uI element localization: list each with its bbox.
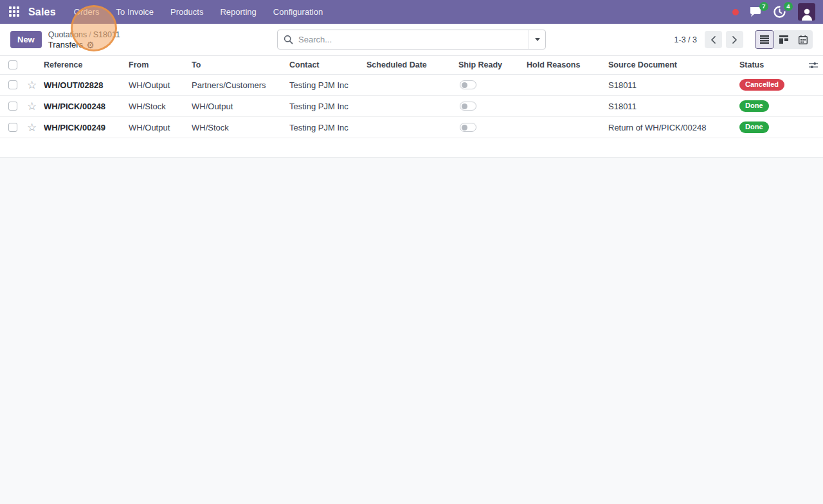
user-silhouette-icon — [800, 6, 814, 21]
chevron-down-icon — [535, 38, 540, 41]
row-checkbox[interactable] — [8, 123, 17, 132]
cell-source-document[interactable]: S18011 — [608, 102, 739, 111]
table-row[interactable]: ☆ WH/PICK/00248 WH/Stock WH/Output Testi… — [0, 96, 823, 117]
search-icon — [284, 35, 293, 44]
kanban-view-icon — [779, 35, 788, 44]
menu-reporting[interactable]: Reporting — [220, 7, 256, 17]
header-contact[interactable]: Contact — [289, 60, 366, 69]
main-menu: Orders To Invoice Products Reporting Con… — [74, 7, 323, 17]
favorite-star-icon[interactable]: ☆ — [26, 101, 37, 112]
header-from[interactable]: From — [129, 60, 192, 69]
optional-columns-icon[interactable] — [809, 61, 818, 69]
list-view-icon — [760, 35, 769, 44]
apps-menu-icon[interactable] — [9, 6, 21, 18]
header-hold-reasons[interactable]: Hold Reasons — [527, 60, 608, 69]
menu-products[interactable]: Products — [170, 7, 203, 17]
status-badge: Done — [739, 122, 769, 134]
control-panel: New Quotations/S18011 Transfers ⚙ 1-3 / … — [0, 24, 823, 55]
cell-from[interactable]: WH/Output — [129, 80, 192, 90]
cell-to[interactable]: Partners/Customers — [192, 80, 289, 90]
search-bar — [277, 30, 546, 50]
row-checkbox[interactable] — [8, 102, 17, 111]
breadcrumb: Quotations/S18011 Transfers ⚙ — [48, 30, 120, 50]
breadcrumb-current: Transfers — [48, 40, 83, 50]
status-badge: Cancelled — [739, 79, 784, 91]
breadcrumb-quotations[interactable]: Quotations — [48, 30, 87, 39]
ship-ready-toggle[interactable] — [460, 80, 476, 89]
cell-reference[interactable]: WH/PICK/00248 — [44, 102, 129, 111]
messages-count-badge: 7 — [759, 2, 768, 11]
menu-configuration[interactable]: Configuration — [273, 7, 323, 17]
header-to[interactable]: To — [192, 60, 289, 69]
cell-contact[interactable]: Testing PJM Inc — [289, 102, 366, 111]
cell-from[interactable]: WH/Stock — [129, 102, 192, 111]
cell-to[interactable]: WH/Output — [192, 102, 289, 111]
search-filters-toggle[interactable] — [529, 30, 545, 49]
app-name[interactable]: Sales — [28, 6, 56, 18]
ship-ready-toggle[interactable] — [460, 123, 476, 132]
pager-range: 1-3 / 3 — [674, 35, 697, 44]
select-all-checkbox[interactable] — [8, 60, 17, 69]
calendar-view-icon — [799, 35, 808, 44]
chevron-right-icon — [732, 36, 737, 44]
pager-next-button[interactable] — [726, 31, 743, 48]
messages-button[interactable]: 7 — [749, 6, 763, 19]
favorite-star-icon[interactable]: ☆ — [26, 80, 37, 91]
ship-ready-toggle[interactable] — [460, 102, 476, 111]
cell-contact[interactable]: Testing PJM Inc — [289, 80, 366, 90]
list-empty-space — [0, 138, 823, 157]
table-row[interactable]: ☆ WH/PICK/00249 WH/Output WH/Stock Testi… — [0, 117, 823, 138]
chevron-left-icon — [710, 36, 716, 44]
status-badge: Done — [739, 100, 769, 113]
recording-dot-icon — [732, 9, 739, 15]
header-reference[interactable]: Reference — [44, 60, 129, 69]
cell-source-document[interactable]: S18011 — [608, 80, 739, 90]
cell-source-document[interactable]: Return of WH/PICK/00248 — [608, 123, 739, 132]
list-view-button[interactable] — [755, 30, 774, 49]
activities-count-badge: 4 — [784, 2, 793, 11]
transfers-list: Reference From To Contact Scheduled Date… — [0, 55, 823, 158]
favorite-star-icon[interactable]: ☆ — [26, 122, 37, 133]
header-source-document[interactable]: Source Document — [608, 60, 739, 69]
row-checkbox[interactable] — [8, 80, 17, 89]
search-input[interactable] — [293, 35, 529, 44]
list-header-row: Reference From To Contact Scheduled Date… — [0, 55, 823, 75]
breadcrumb-separator: / — [87, 30, 93, 39]
header-scheduled-date[interactable]: Scheduled Date — [366, 60, 458, 69]
cell-reference[interactable]: WH/PICK/00249 — [44, 123, 129, 132]
cell-from[interactable]: WH/Output — [129, 123, 192, 132]
kanban-view-button[interactable] — [774, 30, 793, 49]
header-status[interactable]: Status — [739, 60, 809, 69]
calendar-view-button[interactable] — [793, 30, 813, 49]
cell-contact[interactable]: Testing PJM Inc — [289, 123, 366, 132]
activities-button[interactable]: 4 — [773, 6, 788, 19]
user-avatar[interactable] — [798, 3, 815, 21]
menu-to-invoice[interactable]: To Invoice — [116, 7, 154, 17]
header-ship-ready[interactable]: Ship Ready — [458, 60, 527, 69]
table-row[interactable]: ☆ WH/OUT/02828 WH/Output Partners/Custom… — [0, 75, 823, 96]
menu-orders[interactable]: Orders — [74, 7, 100, 17]
breadcrumb-record[interactable]: S18011 — [93, 30, 120, 39]
new-button[interactable]: New — [10, 31, 42, 48]
pager-previous-button[interactable] — [705, 31, 722, 48]
view-switcher — [755, 30, 813, 49]
cell-to[interactable]: WH/Stock — [192, 123, 289, 132]
cell-reference[interactable]: WH/OUT/02828 — [44, 80, 129, 90]
top-navbar: Sales Orders To Invoice Products Reporti… — [0, 0, 823, 24]
action-gear-icon[interactable]: ⚙ — [86, 40, 95, 50]
